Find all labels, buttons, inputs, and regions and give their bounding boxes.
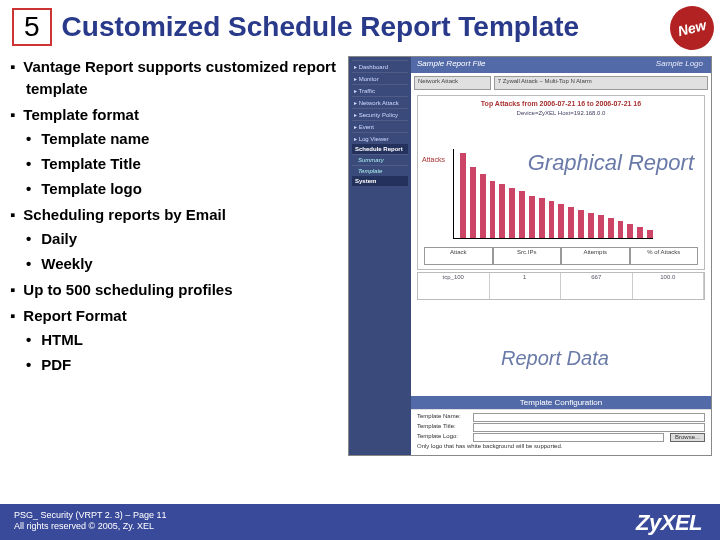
- legend-col: % of Attacks: [630, 247, 699, 265]
- bar: [647, 230, 653, 239]
- report-titlebar: Sample Report File Sample Logo: [411, 57, 711, 73]
- nav-template[interactable]: Template: [352, 165, 408, 176]
- input-template-name[interactable]: [473, 413, 705, 422]
- app-screenshot: ▸ Dashboard▸ Monitor▸ Traffic▸ Network A…: [348, 56, 712, 456]
- bar: [618, 221, 624, 238]
- footer-text: PSG_ Security (VRPT 2. 3) – Page 11 All …: [14, 510, 166, 536]
- cell: 100.0: [633, 273, 705, 299]
- cell: 1: [490, 273, 562, 299]
- report-breadcrumb: Network Attack 7 Zywall Attack – Multi-T…: [411, 73, 711, 93]
- bar: [499, 184, 505, 238]
- chart-title: Top Attacks from 2006-07-21 16 to 2006-0…: [418, 100, 704, 107]
- bar: [627, 224, 633, 238]
- nav-item[interactable]: ▸ Event: [352, 120, 408, 132]
- nav-item[interactable]: ▸ Monitor: [352, 72, 408, 84]
- bar: [519, 191, 525, 238]
- nav-item[interactable]: ▸ Log Viewer: [352, 132, 408, 144]
- cell: 667: [561, 273, 633, 299]
- bar: [598, 215, 604, 238]
- bullet-item: Template formatTemplate nameTemplate Tit…: [26, 104, 348, 200]
- slide-number-box: 5: [12, 8, 52, 46]
- legend-col: Src.IPs: [493, 247, 562, 265]
- slide-header: 5 Customized Schedule Report Template: [0, 0, 720, 48]
- nav-item[interactable]: ▸ Security Policy: [352, 108, 408, 120]
- sub-bullet: Template logo: [44, 178, 348, 200]
- bar: [480, 174, 486, 238]
- chart-legend: Attack Src.IPs Attempts % of Attacks: [418, 247, 704, 265]
- nav-system-header: System: [352, 176, 408, 186]
- bar: [460, 153, 466, 238]
- config-form: Template Name: Template Title: Template …: [411, 409, 711, 455]
- input-template-title[interactable]: [473, 423, 705, 432]
- sub-bullet: Template name: [44, 128, 348, 150]
- legend-col: Attempts: [561, 247, 630, 265]
- bullet-item: Vantage Report supports customized repor…: [26, 56, 348, 100]
- bar: [558, 204, 564, 238]
- slide-title: Customized Schedule Report Template: [62, 11, 580, 43]
- bar: [568, 207, 574, 238]
- overlay-graphical: Graphical Report: [528, 151, 694, 174]
- sidebar-nav: ▸ Dashboard▸ Monitor▸ Traffic▸ Network A…: [349, 57, 411, 455]
- legend-col: Attack: [424, 247, 493, 265]
- brand-logo: ZyXEL: [636, 510, 702, 536]
- chart-area: Top Attacks from 2006-07-21 16 to 2006-0…: [417, 95, 705, 270]
- bar: [578, 210, 584, 238]
- nav-summary[interactable]: Summary: [352, 154, 408, 165]
- label-template-name: Template Name:: [417, 413, 467, 422]
- data-table: tcp_100 1 667 100.0: [417, 272, 705, 300]
- bar: [490, 181, 496, 238]
- report-category: Network Attack: [414, 76, 491, 90]
- bar: [549, 201, 555, 238]
- bar: [637, 227, 643, 238]
- bar: [608, 218, 614, 238]
- sample-logo: Sample Logo: [656, 59, 703, 68]
- report-name: 7 Zywall Attack – Multi-Top N Alarm: [494, 76, 708, 90]
- bar: [470, 167, 476, 238]
- bar: [529, 196, 535, 239]
- sub-bullet: Daily: [44, 228, 348, 250]
- label-template-title: Template Title:: [417, 423, 467, 432]
- bar: [509, 188, 515, 238]
- overlay-reportdata: Report Data: [501, 347, 609, 370]
- sub-bullet: Template Title: [44, 153, 348, 175]
- slide-footer: PSG_ Security (VRPT 2. 3) – Page 11 All …: [0, 496, 720, 540]
- chart-ylabel: Attacks: [422, 156, 445, 163]
- nav-item[interactable]: ▸ Network Attack: [352, 96, 408, 108]
- bullet-item: Scheduling reports by EmailDailyWeekly: [26, 204, 348, 275]
- nav-schedule-header: Schedule Report: [352, 144, 408, 154]
- sub-bullet: HTML: [44, 329, 348, 351]
- bar: [588, 213, 594, 239]
- slide-body: Vantage Report supports customized repor…: [0, 48, 720, 456]
- bullet-item: Report FormatHTMLPDF: [26, 305, 348, 376]
- browse-button[interactable]: Browse...: [670, 433, 705, 442]
- nav-item[interactable]: ▸ Traffic: [352, 84, 408, 96]
- sub-bullet: Weekly: [44, 253, 348, 275]
- nav-item[interactable]: ▸ Dashboard: [352, 60, 408, 72]
- bullet-item: Up to 500 scheduling profiles: [26, 279, 348, 301]
- sub-bullet: PDF: [44, 354, 348, 376]
- cell: tcp_100: [418, 273, 490, 299]
- config-header: Template Configuration: [411, 396, 711, 409]
- config-note: Only logo that has white background will…: [417, 443, 705, 449]
- bullet-list: Vantage Report supports customized repor…: [8, 56, 348, 456]
- bar: [539, 198, 545, 238]
- chart-subtitle: Device=ZyXEL Host=192.168.0.0: [418, 110, 704, 116]
- input-template-logo[interactable]: [473, 433, 664, 442]
- label-template-logo: Template Logo:: [417, 433, 467, 442]
